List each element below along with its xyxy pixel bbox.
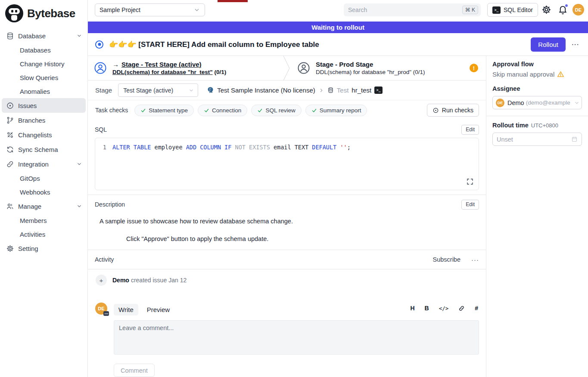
- check-icon: [140, 108, 146, 113]
- kebab-menu-icon[interactable]: ⋮: [571, 41, 581, 48]
- issue-title: 👉👉👉 [START HERE] Add email column to Emp…: [109, 40, 531, 49]
- warning-triangle-icon: [557, 71, 564, 78]
- description-edit-button[interactable]: Edit: [461, 200, 479, 210]
- sql-editor-button[interactable]: >_ SQL Editor: [487, 3, 538, 17]
- sidebar-item-activities[interactable]: Activities: [2, 227, 86, 241]
- rollout-time-input[interactable]: Unset: [492, 133, 582, 146]
- sidebar-item-branches[interactable]: Branches: [2, 113, 86, 127]
- sidebar-item-members[interactable]: Members: [2, 213, 86, 227]
- code-icon[interactable]: </>: [439, 305, 449, 312]
- instance-name[interactable]: Test Sample Instance (No license): [217, 87, 315, 94]
- check-icon: [311, 108, 317, 113]
- database-name[interactable]: hr_test: [352, 87, 371, 94]
- check-summary-report[interactable]: Summary report: [305, 105, 367, 116]
- sidebar-item-change-history[interactable]: Change History: [2, 57, 86, 71]
- search-input[interactable]: [348, 6, 462, 13]
- task-checks-row: Task checks Statement type Connection SQ…: [88, 100, 486, 120]
- stage-select-row: Stage Test Stage (active) Test Sample In…: [88, 80, 486, 100]
- recording-strip: [218, 0, 248, 2]
- activity-header: Activity Subscribe ···: [88, 250, 486, 269]
- changelist-icon: [6, 131, 14, 139]
- subscribe-button[interactable]: Subscribe: [433, 256, 460, 263]
- sync-icon: [6, 145, 14, 154]
- check-connection[interactable]: Connection: [198, 105, 247, 116]
- comment-input[interactable]: [114, 320, 479, 355]
- database-icon: [327, 87, 334, 93]
- sidebar-item-slow-queries[interactable]: Slow Queries: [2, 71, 86, 84]
- topbar: Sample Project ⌘ K >_ SQL Editor DE: [88, 0, 588, 22]
- sidebar-item-databases[interactable]: Databases: [2, 43, 86, 57]
- comment-button[interactable]: Comment: [114, 364, 155, 377]
- search-box[interactable]: ⌘ K: [344, 3, 481, 16]
- chevron-down-icon: [76, 33, 82, 39]
- user-avatar[interactable]: DE: [572, 4, 584, 15]
- link-icon[interactable]: [458, 305, 465, 312]
- chevron-down-icon: [193, 6, 200, 13]
- tab-write[interactable]: Write: [114, 304, 138, 315]
- warning-badge: !: [470, 64, 478, 72]
- notification-bell-icon[interactable]: [558, 5, 568, 15]
- expand-icon[interactable]: [467, 178, 473, 185]
- sql-statement: ALTER TABLE employee ADD COLUMN IF NOT E…: [112, 144, 351, 151]
- rollout-button[interactable]: Rollout: [531, 37, 566, 52]
- sidebar-item-sync-schema[interactable]: Sync Schema: [2, 142, 86, 157]
- open-sql-editor-icon[interactable]: >_: [374, 87, 383, 94]
- stage-card-prod[interactable]: Stage - Prod Stage DDL(schema) for datab…: [291, 56, 486, 80]
- check-icon: [257, 108, 263, 113]
- stage-card-test[interactable]: → Stage - Test Stage (active) DDL(schema…: [88, 56, 283, 80]
- hash-icon[interactable]: #: [475, 305, 478, 312]
- stage-separator: [283, 56, 291, 80]
- person-circle-icon: [297, 62, 310, 74]
- comment-tabs: Write Preview H B </> #: [114, 303, 479, 316]
- branch-icon: [6, 116, 14, 124]
- description-label: Description: [95, 201, 125, 208]
- sidebar-item-integration[interactable]: Integration: [2, 157, 86, 171]
- run-checks-button[interactable]: Run checks: [427, 104, 479, 117]
- sidebar-item-gitops[interactable]: GitOps: [2, 171, 86, 185]
- panel-divider: [486, 116, 588, 116]
- bytebase-logo[interactable]: Bytebase: [0, 0, 87, 28]
- sql-code-block[interactable]: 1 ALTER TABLE employee ADD COLUMN IF NOT…: [95, 138, 479, 190]
- notification-dot: [565, 4, 568, 7]
- divider: [88, 195, 486, 195]
- postgres-icon: [207, 87, 214, 94]
- chevron-right-icon: [318, 87, 324, 93]
- chevron-down-icon: [76, 161, 82, 167]
- target-icon: [432, 107, 439, 114]
- heading-icon[interactable]: H: [410, 305, 414, 312]
- line-number: 1: [95, 144, 112, 151]
- chevron-down-icon: [574, 100, 580, 106]
- terminal-icon: >_: [492, 6, 501, 14]
- issues-icon: [6, 102, 14, 110]
- activity-entry: + Demo created issue Jan 12: [96, 275, 486, 286]
- right-panel: Approval flow Skip manual approval Assig…: [486, 56, 588, 377]
- sql-edit-button[interactable]: Edit: [461, 125, 479, 135]
- stage-select[interactable]: Test Stage (active): [118, 83, 198, 97]
- sidebar-item-changelists[interactable]: Changelists: [2, 127, 86, 142]
- assignee-label: Assignee: [492, 85, 582, 92]
- tab-preview[interactable]: Preview: [142, 304, 174, 315]
- timezone-label: UTC+0800: [531, 122, 558, 129]
- calendar-icon: [571, 136, 578, 142]
- bold-icon[interactable]: B: [425, 305, 429, 312]
- sidebar-item-database[interactable]: Database: [2, 28, 86, 43]
- check-statement-type[interactable]: Statement type: [134, 105, 194, 116]
- sidebar-item-anomalies[interactable]: Anomalies: [2, 84, 86, 98]
- sidebar-item-manage[interactable]: Manage: [2, 199, 86, 213]
- comment-editor: DE Write Preview H B </> # Comment: [88, 303, 486, 377]
- command-k-shortcut: ⌘ K: [462, 6, 478, 14]
- assignee-select[interactable]: DE Demo (demo@example: [492, 96, 582, 109]
- more-menu-icon[interactable]: ···: [471, 256, 479, 263]
- project-select[interactable]: Sample Project: [95, 3, 205, 16]
- sidebar-item-setting[interactable]: Setting: [2, 241, 86, 256]
- comment-avatar: DE: [95, 303, 107, 315]
- check-sql-review[interactable]: SQL review: [251, 105, 301, 116]
- status-banner: Waiting to rollout: [88, 22, 588, 33]
- sidebar: Bytebase Database Databases Change Histo…: [0, 0, 88, 377]
- database-icon: [6, 32, 14, 40]
- sidebar-item-issues[interactable]: Issues: [2, 98, 86, 113]
- issue-header: 👉👉👉 [START HERE] Add email column to Emp…: [88, 33, 588, 56]
- sidebar-item-webhooks[interactable]: Webhooks: [2, 185, 86, 199]
- settings-gear-icon[interactable]: [541, 5, 551, 15]
- activity-label: Activity: [95, 256, 433, 263]
